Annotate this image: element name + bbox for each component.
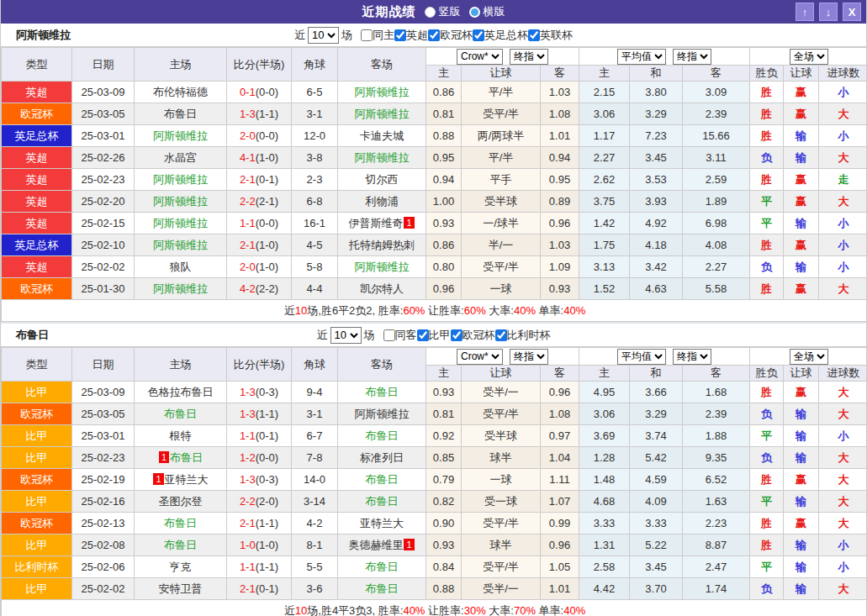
bookmaker-select[interactable]: Crow* [457,349,503,365]
team-name-text: 布鲁日 [366,495,399,508]
avg-home-odds: 1.52 [579,278,630,300]
handicap-away-odds: 1.07 [541,491,579,513]
result-handicap: 输 [784,491,819,513]
team-name-text: 阿斯顿维拉 [153,282,208,295]
away-team-cell: 布鲁日 [338,469,426,491]
league-badge: 英超 [2,191,72,213]
final-odds-select[interactable]: 终指 [510,49,548,65]
handicap-line: 受平/半 [462,103,541,125]
final-odds-select[interactable]: 终指 [510,349,548,365]
result-goals: 大 [819,147,867,169]
team-name-text: 安特卫普 [159,582,203,595]
same-venue-checkbox-input[interactable] [361,29,373,41]
home-team-cell: 阿斯顿维拉 [135,234,227,256]
radio-unselected-icon[interactable] [469,7,480,18]
col-header-date: 日期 [72,348,135,382]
league-filter-checkbox[interactable]: 比甲 [417,328,451,343]
away-team-cell: 阿斯顿维拉 [338,256,426,278]
away-team-cell: 阿斯顿维拉 [338,82,426,103]
match-date: 25-02-08 [72,534,135,556]
radio-horizontal-layout[interactable]: 横版 [469,4,505,19]
corner-count: 3-8 [292,147,338,169]
result-winlose: 胜 [750,534,784,556]
handicap-home-odds: 1.00 [426,191,462,213]
team-name-text: 狼队 [170,261,192,273]
team-name-text: 布鲁日 [366,386,399,398]
handicap-line: 平手 [462,169,541,191]
league-filter-checkbox[interactable]: 英联杯 [528,28,573,43]
handicap-away-odds: 0.96 [541,534,579,556]
handicap-home-odds: 0.93 [426,382,462,403]
league-filter-checkbox-input[interactable] [528,29,540,41]
score-cell: 4-1(1-0) [227,147,292,169]
league-filter-checkbox[interactable]: 英超 [394,28,428,43]
average-select[interactable]: 平均值 [617,49,666,65]
league-filter-checkbox[interactable]: 英足总杯 [473,28,528,43]
avg-home-odds: 3.33 [579,513,630,534]
match-date: 25-03-05 [72,103,135,125]
avg-away-odds: 5.58 [683,278,750,300]
title-bar: 近期战绩 竖版 横版 ↑ ↓ X [1,0,866,24]
move-down-button[interactable]: ↓ [819,3,838,21]
result-winlose: 平 [750,191,784,213]
home-team-cell: 1布鲁日 [135,447,227,469]
corner-count: 12-0 [292,125,338,147]
sub-col-header: 主 [426,66,462,82]
team-name-text: 布鲁日 [366,561,399,573]
league-filter-checkbox-input[interactable] [394,29,406,41]
final-avg-select[interactable]: 终指 [673,349,711,365]
same-venue-checkbox[interactable]: 同主 [361,28,394,43]
result-winlose: 负 [750,256,784,278]
handicap-line: 受半球 [462,425,541,447]
close-button[interactable]: X [843,3,861,21]
same-venue-checkbox[interactable]: 同客 [383,328,417,343]
league-filter-checkbox-input[interactable] [495,329,507,341]
league-filter-checkbox-input[interactable] [428,29,440,41]
league-badge: 欧冠杯 [2,403,72,425]
match-date: 25-02-19 [72,469,135,491]
scope-select[interactable]: 全场 [790,49,828,65]
match-count-select[interactable]: 10 [308,27,339,44]
league-filter-checkbox-input[interactable] [473,29,484,41]
avg-draw-odds: 3.29 [630,403,683,425]
red-card-badge: 1 [404,539,414,550]
sub-col-header: 客 [683,366,750,382]
same-venue-checkbox-input[interactable] [383,329,395,341]
move-up-button[interactable]: ↑ [796,3,814,21]
result-goals: 大 [819,278,867,300]
summary-segment: 70% [514,604,536,616]
league-badge: 欧冠杯 [2,513,72,534]
bookmaker-select[interactable]: Crow* [457,49,503,65]
handicap-line: 受半球 [462,191,541,213]
result-goals: 小 [819,556,867,578]
handicap-away-odds: 0.94 [541,147,579,169]
final-avg-select[interactable]: 终指 [673,49,711,65]
corner-count: 4-5 [292,234,338,256]
team-name-text: 根特 [170,429,192,442]
scope-select[interactable]: 全场 [790,349,828,365]
result-goals: 小 [819,425,867,447]
league-filter-label: 比甲 [429,328,451,343]
filter-row: 布鲁日 近 10 场 同客 比甲欧冠杯比利时杯 [1,324,866,347]
team-name-text: 阿斯顿维拉 [153,239,208,251]
radio-vertical-layout[interactable]: 竖版 [425,4,461,19]
league-filter-checkbox[interactable]: 欧冠杯 [451,328,495,343]
result-goals: 大 [819,103,867,125]
match-count-select[interactable]: 10 [330,327,362,344]
handicap-line: 两/两球半 [462,125,541,147]
league-filter-checkbox[interactable]: 欧冠杯 [428,28,473,43]
league-filter-checkbox[interactable]: 比利时杯 [495,328,551,343]
scope-dropdown-cell: 全场 [750,48,867,66]
result-goals: 小 [819,534,867,556]
away-team-cell: 奥德赫维里1 [338,534,426,556]
corner-count: 6-5 [292,82,338,103]
radio-selected-icon[interactable] [425,7,436,18]
handicap-line: 球半 [462,534,541,556]
average-select[interactable]: 平均值 [617,349,666,365]
home-team-cell: 布鲁日 [135,403,227,425]
match-date: 25-02-15 [72,213,135,234]
league-filter-checkbox-input[interactable] [417,329,429,341]
handicap-away-odds: 1.11 [541,469,579,491]
league-filter-checkbox-input[interactable] [451,329,463,341]
handicap-home-odds: 0.93 [426,534,462,556]
